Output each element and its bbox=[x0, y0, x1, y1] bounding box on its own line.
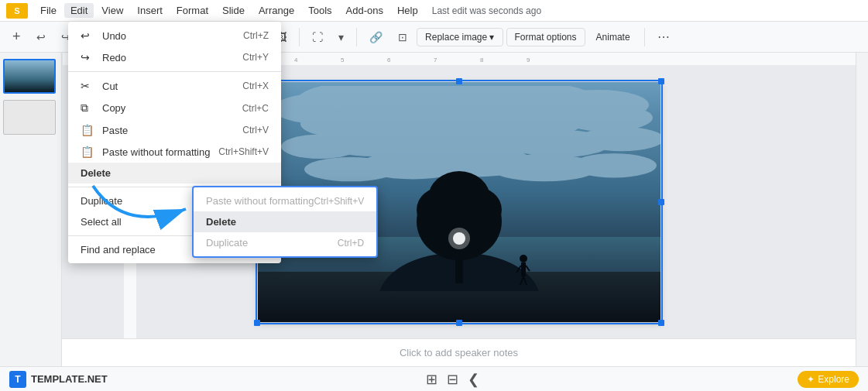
popup-delete-label: Delete bbox=[206, 216, 236, 228]
menu-item-edit[interactable]: Edit bbox=[64, 3, 94, 18]
crop-button[interactable]: ⛶ bbox=[306, 28, 329, 46]
slide-image-2 bbox=[3, 100, 56, 135]
popup-item-delete[interactable]: Delete bbox=[194, 211, 376, 232]
svg-point-42 bbox=[520, 255, 527, 262]
menu-separator-1 bbox=[68, 71, 281, 72]
undo-toolbar-button[interactable]: ↩ bbox=[30, 28, 52, 46]
link-button[interactable]: 🔗 bbox=[363, 28, 389, 46]
paste-shortcut: Ctrl+V bbox=[242, 125, 269, 135]
popup-menu: Paste without formatting Ctrl+Shift+V De… bbox=[192, 186, 378, 258]
svg-point-33 bbox=[571, 153, 657, 177]
popup-item-paste-noformat[interactable]: Paste without formatting Ctrl+Shift+V bbox=[194, 190, 376, 211]
menu-item-insert[interactable]: Insert bbox=[131, 3, 169, 18]
menu-item-arrange[interactable]: Arrange bbox=[252, 3, 300, 18]
menu-item-undo[interactable]: ↩ Undo Ctrl+Z bbox=[68, 25, 281, 46]
menu-item-addons[interactable]: Add-ons bbox=[340, 3, 389, 18]
paste-label: Paste bbox=[102, 125, 128, 136]
menu-item-view[interactable]: View bbox=[95, 3, 129, 18]
panel-toggle-button[interactable]: ❮ bbox=[468, 371, 479, 388]
svg-text:5: 5 bbox=[341, 57, 345, 63]
svg-line-46 bbox=[520, 276, 523, 285]
paste-noformat-icon: 📋 bbox=[81, 146, 96, 158]
undo-shortcut: Ctrl+Z bbox=[243, 30, 269, 41]
svg-point-22 bbox=[560, 104, 653, 131]
explore-icon: ✦ bbox=[807, 374, 815, 385]
format-options-button[interactable]: Format options bbox=[506, 28, 585, 46]
speaker-notes[interactable]: Click to add speaker notes bbox=[62, 338, 856, 366]
bottom-bar: T TEMPLATE.NET ⊞ ⊟ ❮ ✦ Explore bbox=[0, 366, 868, 391]
bottom-view-buttons: ⊞ ⊟ ❮ bbox=[426, 371, 479, 388]
menu-item-copy[interactable]: ⧉ Copy Ctrl+C bbox=[68, 97, 281, 119]
explore-button-area[interactable]: ✦ Explore bbox=[798, 371, 859, 388]
explore-button[interactable]: ✦ Explore bbox=[798, 371, 859, 388]
logo-area: T TEMPLATE.NET bbox=[9, 371, 108, 388]
menu-item-redo[interactable]: ↪ Redo Ctrl+Y bbox=[68, 46, 281, 68]
more-options-button[interactable]: ⋯ bbox=[651, 26, 676, 47]
svg-text:6: 6 bbox=[387, 57, 391, 63]
duplicate-label: Duplicate bbox=[81, 195, 122, 207]
toolbar-divider-4 bbox=[356, 28, 357, 46]
copy-label: Copy bbox=[102, 102, 125, 114]
slide-thumb-2[interactable]: 2 bbox=[3, 100, 58, 135]
svg-line-44 bbox=[516, 266, 521, 273]
list-view-button[interactable]: ⊟ bbox=[447, 371, 458, 388]
add-button[interactable]: + bbox=[6, 26, 27, 48]
copy-icon: ⧉ bbox=[81, 101, 96, 115]
toolbar-divider-3 bbox=[299, 28, 300, 46]
svg-point-41 bbox=[448, 228, 470, 249]
alt-text-button[interactable]: ⊡ bbox=[392, 28, 413, 46]
animate-button[interactable]: Animate bbox=[588, 29, 638, 46]
svg-text:9: 9 bbox=[527, 57, 530, 63]
svg-text:4: 4 bbox=[294, 57, 298, 63]
undo-label: Undo bbox=[102, 30, 126, 42]
replace-image-button[interactable]: Replace image ▾ bbox=[417, 28, 503, 46]
delete-label: Delete bbox=[81, 167, 111, 179]
cut-icon: ✂ bbox=[81, 80, 96, 92]
logo-t-letter: T bbox=[15, 374, 20, 385]
svg-point-28 bbox=[579, 126, 660, 150]
svg-point-39 bbox=[428, 171, 490, 225]
menu-item-slide[interactable]: Slide bbox=[216, 3, 251, 18]
redo-icon: ↪ bbox=[81, 51, 96, 63]
svg-text:8: 8 bbox=[480, 57, 484, 63]
tree-svg bbox=[405, 167, 513, 283]
slide-image-1 bbox=[3, 59, 56, 94]
svg-rect-43 bbox=[521, 262, 526, 276]
logo-icon: T bbox=[9, 371, 26, 388]
redo-label: Redo bbox=[102, 52, 126, 63]
scroll-area[interactable] bbox=[856, 53, 868, 366]
menu-item-file[interactable]: File bbox=[34, 3, 63, 18]
menu-item-help[interactable]: Help bbox=[391, 3, 424, 18]
redo-shortcut: Ctrl+Y bbox=[242, 52, 269, 63]
slide-thumb-1[interactable]: 1 bbox=[3, 59, 58, 94]
menu-item-paste[interactable]: 📋 Paste Ctrl+V bbox=[68, 119, 281, 141]
popup-paste-noformat-shortcut: Ctrl+Shift+V bbox=[314, 196, 364, 207]
menu-item-cut[interactable]: ✂ Cut Ctrl+X bbox=[68, 75, 281, 97]
explore-label: Explore bbox=[818, 374, 849, 385]
paste-noformat-shortcut: Ctrl+Shift+V bbox=[218, 146, 269, 157]
logo-text: TEMPLATE.NET bbox=[31, 373, 108, 385]
menu-item-format[interactable]: Format bbox=[170, 3, 214, 18]
paste-icon: 📋 bbox=[81, 124, 96, 136]
grid-view-button[interactable]: ⊞ bbox=[426, 371, 437, 388]
paste-noformat-label: Paste without formatting bbox=[102, 146, 210, 158]
cut-label: Cut bbox=[102, 81, 118, 92]
undo-icon: ↩ bbox=[81, 29, 96, 42]
menu-item-delete[interactable]: Delete bbox=[68, 163, 281, 183]
select-all-label: Select all bbox=[81, 216, 122, 228]
popup-item-duplicate[interactable]: Duplicate Ctrl+D bbox=[194, 232, 376, 253]
svg-text:7: 7 bbox=[434, 57, 437, 63]
popup-duplicate-shortcut: Ctrl+D bbox=[338, 238, 364, 249]
menu-item-paste-no-format[interactable]: 📋 Paste without formatting Ctrl+Shift+V bbox=[68, 141, 281, 163]
menu-item-tools[interactable]: Tools bbox=[302, 3, 338, 18]
last-edit-text: Last edit was seconds ago bbox=[432, 5, 541, 16]
popup-paste-noformat-label: Paste without formatting bbox=[206, 195, 314, 207]
find-replace-label: Find and replace bbox=[81, 244, 156, 256]
menu-bar: S File Edit View Insert Format Slide Arr… bbox=[0, 0, 868, 22]
cut-shortcut: Ctrl+X bbox=[242, 81, 269, 91]
app-logo: S bbox=[6, 3, 28, 19]
mask-button[interactable]: ▾ bbox=[332, 28, 350, 46]
popup-duplicate-label: Duplicate bbox=[206, 237, 248, 249]
svg-line-47 bbox=[523, 276, 527, 285]
toolbar-divider-5 bbox=[644, 28, 645, 46]
